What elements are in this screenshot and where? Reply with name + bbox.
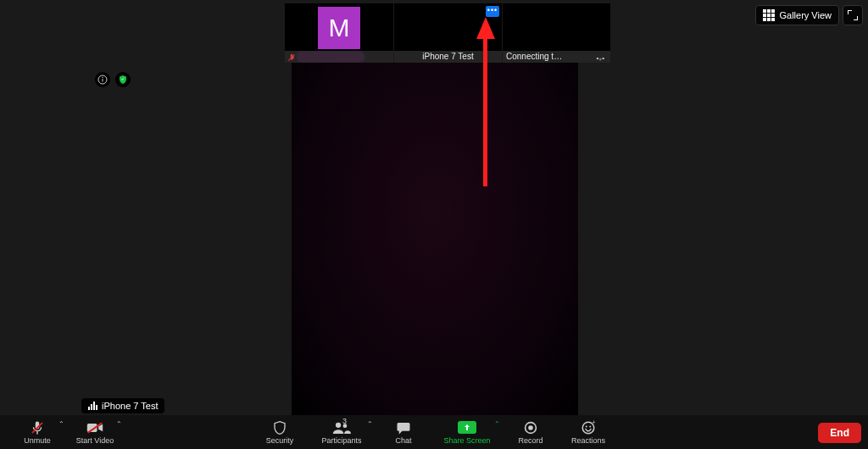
svg-point-8: [336, 422, 341, 427]
record-button[interactable]: Record: [502, 415, 559, 449]
svg-rect-4: [36, 431, 38, 434]
svg-rect-3: [103, 79, 103, 82]
active-speaker-video: [292, 3, 578, 417]
participants-icon: [332, 420, 351, 435]
encryption-shield-icon[interactable]: [115, 72, 131, 87]
mic-muted-icon: [287, 53, 296, 62]
unmute-label: Unmute: [24, 436, 51, 445]
meeting-badges: [95, 72, 131, 87]
svg-point-13: [586, 425, 587, 427]
security-button[interactable]: Security: [251, 415, 309, 449]
avatar-initial: M: [318, 7, 360, 49]
record-icon: [524, 420, 537, 435]
start-video-button[interactable]: Start Video ⌃: [66, 415, 124, 449]
reactions-button[interactable]: + Reactions: [559, 415, 617, 449]
video-menu-chevron[interactable]: ⌃: [113, 419, 125, 430]
video-preview: [432, 10, 465, 48]
fullscreen-button[interactable]: [843, 5, 863, 25]
chat-label: Chat: [395, 436, 411, 445]
participant-name: Connecting t…: [503, 51, 610, 63]
audio-source-label: iPhone 7 Test: [102, 401, 158, 411]
unmute-button[interactable]: Unmute ⌃: [8, 415, 66, 449]
end-meeting-button[interactable]: End: [818, 423, 861, 443]
svg-text:+: +: [593, 420, 596, 425]
chat-icon: [396, 420, 411, 435]
participants-label: Participants: [321, 436, 361, 445]
thumbnail-options-button[interactable]: •••: [486, 6, 499, 17]
svg-point-14: [589, 425, 591, 427]
chat-button[interactable]: Chat: [375, 415, 432, 449]
shield-icon: [273, 420, 287, 435]
reactions-icon: +: [581, 420, 596, 435]
start-video-label: Start Video: [76, 436, 114, 445]
participant-name-redacted: [297, 51, 364, 63]
share-screen-icon: [458, 421, 476, 434]
gallery-view-button[interactable]: Gallery View: [755, 5, 839, 25]
grid-icon: [763, 9, 775, 21]
participant-thumbnail[interactable]: M: [285, 3, 393, 63]
connecting-spinner-icon: •₊•: [596, 54, 604, 62]
video-off-icon: [86, 420, 103, 435]
participant-name: iPhone 7 Test: [394, 51, 502, 63]
gallery-view-label: Gallery View: [779, 10, 832, 20]
reactions-label: Reactions: [571, 436, 605, 445]
record-label: Record: [518, 436, 542, 445]
participants-count: 3: [342, 417, 347, 425]
participant-thumbnail[interactable]: Connecting t… •₊•: [502, 3, 610, 63]
security-label: Security: [266, 436, 294, 445]
info-icon[interactable]: [95, 72, 110, 87]
share-screen-label: Share Screen: [443, 436, 490, 445]
share-screen-button[interactable]: Share Screen ⌃: [432, 415, 502, 449]
participants-button[interactable]: 3 Participants ⌃: [309, 415, 375, 449]
mic-muted-icon: [30, 420, 45, 435]
thumbnail-strip: M iPhone 7 Test ••• Connecting t… •₊•: [285, 3, 610, 63]
svg-point-11: [528, 425, 533, 430]
participant-thumbnail[interactable]: iPhone 7 Test •••: [393, 3, 502, 63]
meeting-toolbar: Unmute ⌃ Start Video ⌃ Security 3 Partic…: [0, 415, 868, 449]
svg-point-2: [102, 77, 103, 78]
video-preview: [541, 10, 573, 48]
audio-source-tooltip: iPhone 7 Test: [81, 398, 164, 413]
fullscreen-icon: [848, 10, 858, 20]
signal-bars-icon: [88, 402, 97, 410]
